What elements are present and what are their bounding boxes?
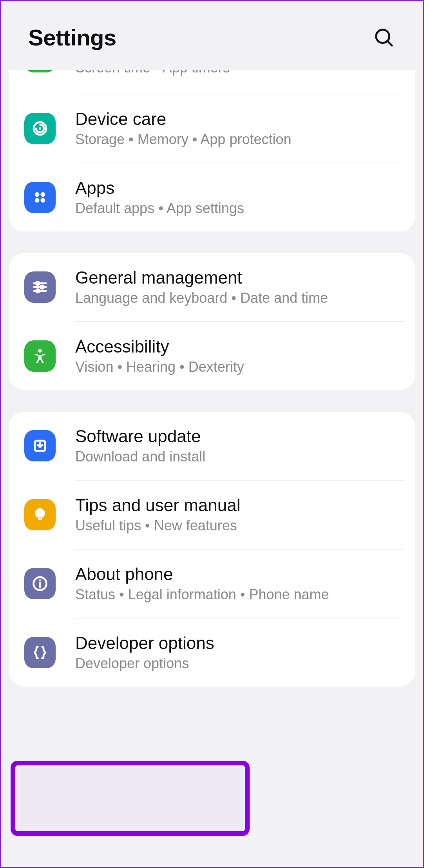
svg-rect-18 <box>38 518 42 520</box>
settings-row-developer-options[interactable]: Developer options Developer options <box>9 618 415 687</box>
row-text: Tips and user manual Useful tips • New f… <box>75 495 400 534</box>
apps-icon <box>24 182 56 213</box>
row-subtitle: Screen time • App timers <box>75 70 400 76</box>
sliders-icon <box>24 271 56 303</box>
row-title: Accessibility <box>75 337 400 356</box>
accessibility-icon <box>24 340 56 372</box>
settings-row-software-update[interactable]: Software update Download and install <box>9 412 415 480</box>
controls-icon <box>24 70 56 72</box>
row-text: About phone Status • Legal information •… <box>75 564 400 603</box>
settings-row-controls[interactable]: controls Screen time • App timers <box>9 70 415 94</box>
svg-point-11 <box>36 282 39 285</box>
row-subtitle: Language and keyboard • Date and time <box>75 290 400 306</box>
svg-point-13 <box>41 286 44 289</box>
row-title: Developer options <box>75 633 400 653</box>
search-button[interactable] <box>372 26 396 49</box>
lightbulb-icon <box>24 499 56 530</box>
settings-group: Software update Download and install Tip… <box>9 412 415 687</box>
row-text: Device care Storage • Memory • App prote… <box>75 109 400 148</box>
row-subtitle: Vision • Hearing • Dexterity <box>75 359 400 375</box>
header: Settings <box>1 1 423 70</box>
row-title: Tips and user manual <box>75 495 400 515</box>
svg-point-9 <box>40 198 45 203</box>
settings-row-general-management[interactable]: General management Language and keyboard… <box>9 253 415 321</box>
search-icon <box>373 27 395 48</box>
row-text: Developer options Developer options <box>75 633 400 672</box>
row-title: Software update <box>75 427 400 446</box>
row-text: General management Language and keyboard… <box>75 268 400 306</box>
settings-group: controls Screen time • App timers Device… <box>9 70 415 231</box>
row-text: Software update Download and install <box>75 427 400 465</box>
row-title: Apps <box>75 178 400 198</box>
svg-point-16 <box>38 349 42 353</box>
braces-icon <box>24 637 56 668</box>
row-text: Accessibility Vision • Hearing • Dexteri… <box>75 337 400 375</box>
svg-line-1 <box>388 41 392 45</box>
highlight-annotation <box>11 761 250 836</box>
download-icon <box>24 430 56 461</box>
row-subtitle: Default apps • App settings <box>75 200 400 217</box>
row-subtitle: Download and install <box>75 448 400 465</box>
row-subtitle: Developer options <box>75 655 400 672</box>
settings-group: General management Language and keyboard… <box>9 253 415 390</box>
row-title: General management <box>75 268 400 288</box>
svg-point-6 <box>35 192 40 197</box>
settings-row-device-care[interactable]: Device care Storage • Memory • App prote… <box>9 94 415 163</box>
info-icon <box>24 568 56 599</box>
svg-point-21 <box>39 579 41 581</box>
row-text: Apps Default apps • App settings <box>75 178 400 217</box>
row-subtitle: Storage • Memory • App protection <box>75 131 400 148</box>
svg-point-5 <box>39 127 41 130</box>
settings-row-accessibility[interactable]: Accessibility Vision • Hearing • Dexteri… <box>9 322 415 390</box>
settings-row-about-phone[interactable]: About phone Status • Legal information •… <box>9 550 415 618</box>
device-care-icon <box>24 113 56 144</box>
svg-point-7 <box>40 192 45 197</box>
row-text: controls Screen time • App timers <box>75 70 400 76</box>
page-title: Settings <box>28 24 116 51</box>
svg-point-8 <box>35 198 40 203</box>
settings-row-tips[interactable]: Tips and user manual Useful tips • New f… <box>9 481 415 549</box>
row-title: About phone <box>75 564 400 584</box>
row-title: Device care <box>75 109 400 129</box>
svg-point-15 <box>36 289 39 292</box>
settings-row-apps[interactable]: Apps Default apps • App settings <box>9 163 415 231</box>
row-subtitle: Useful tips • New features <box>75 517 400 534</box>
row-subtitle: Status • Legal information • Phone name <box>75 586 400 603</box>
